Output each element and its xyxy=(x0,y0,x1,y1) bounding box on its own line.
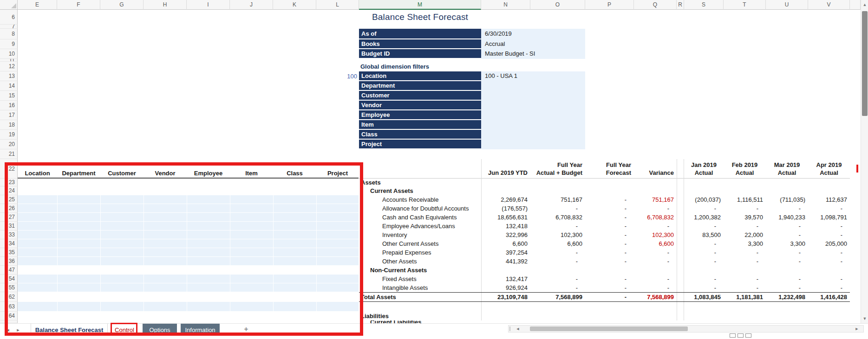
banded-row[interactable] xyxy=(18,239,359,248)
value-cell[interactable]: - xyxy=(808,257,850,266)
banded-row[interactable] xyxy=(18,222,359,230)
column-header-H[interactable]: H xyxy=(144,0,187,10)
row-header-9[interactable]: 9 xyxy=(0,39,18,49)
value-cell[interactable]: 102,300 xyxy=(634,230,677,239)
value-cell[interactable]: 6,708,832 xyxy=(530,213,585,222)
banded-row[interactable] xyxy=(18,283,359,292)
row-header-23[interactable]: 23 xyxy=(0,179,18,186)
value-cell[interactable]: - xyxy=(585,248,634,257)
dimension-header-item[interactable]: Item xyxy=(230,159,273,179)
filter-label-vendor[interactable]: Vendor xyxy=(359,101,481,109)
add-sheet-button[interactable]: + xyxy=(241,325,251,334)
vertical-scrollbar[interactable]: ▲ ▼ xyxy=(861,0,868,323)
info-value-cell[interactable]: Master Budget - SI xyxy=(483,49,584,58)
value-cell[interactable]: 322,996 xyxy=(481,230,530,239)
value-cell[interactable]: 23,109,748 xyxy=(481,292,530,302)
dimension-header-project[interactable]: Project xyxy=(316,159,359,179)
row-header-25[interactable]: 25 xyxy=(0,195,18,204)
row-header-64[interactable]: 64 xyxy=(0,312,18,320)
account-label[interactable]: Intangible Assets xyxy=(382,283,428,292)
value-cell[interactable]: - xyxy=(684,248,724,257)
value-cell[interactable]: 39,570 xyxy=(724,213,766,222)
filter-value-cell[interactable]: 100 - USA 1 xyxy=(483,71,584,80)
value-cell[interactable]: - xyxy=(684,222,724,230)
value-cell[interactable]: 205,000 xyxy=(808,239,850,248)
scroll-right-icon[interactable]: ► xyxy=(853,326,861,332)
value-cell[interactable]: - xyxy=(766,257,808,266)
value-cell[interactable]: - xyxy=(724,204,766,213)
dimension-header-department[interactable]: Department xyxy=(57,159,100,179)
row-header-33[interactable]: 33 xyxy=(0,230,18,239)
value-cell[interactable]: 441,392 xyxy=(481,257,530,266)
row-header-19[interactable]: 19 xyxy=(0,130,18,140)
row-header-35[interactable]: 35 xyxy=(0,248,18,257)
value-cell[interactable]: 1,098,791 xyxy=(808,213,850,222)
value-cell[interactable]: - xyxy=(585,195,634,204)
info-label-cell[interactable]: Books xyxy=(359,39,481,48)
table-column-header[interactable]: Jan 2019Actual xyxy=(684,159,724,179)
scroll-left-icon[interactable]: ◄ xyxy=(514,326,522,332)
value-cell[interactable]: 6,600 xyxy=(481,239,530,248)
value-cell[interactable]: - xyxy=(766,248,808,257)
value-cell[interactable]: - xyxy=(766,230,808,239)
value-cell[interactable]: - xyxy=(530,257,585,266)
column-header-G[interactable]: G xyxy=(100,0,144,10)
row-header-31[interactable]: 31 xyxy=(0,222,18,230)
value-cell[interactable]: - xyxy=(634,204,677,213)
column-header-P[interactable]: P xyxy=(585,0,634,10)
value-cell[interactable]: - xyxy=(585,292,634,302)
sheet-title-cell[interactable]: Balance Sheet Forecast xyxy=(359,10,481,25)
table-column-header[interactable]: Full YearForecast xyxy=(585,159,634,179)
row-header-6[interactable]: 6 xyxy=(0,10,18,25)
banded-row[interactable] xyxy=(18,248,359,256)
value-cell[interactable]: (200,037) xyxy=(684,195,724,204)
banded-row[interactable] xyxy=(18,302,359,311)
tab-scroll-next-icon[interactable]: ▸ xyxy=(15,326,21,333)
value-cell[interactable]: - xyxy=(766,204,808,213)
value-cell[interactable]: - xyxy=(634,257,677,266)
value-cell[interactable]: - xyxy=(585,230,634,239)
value-cell[interactable]: - xyxy=(585,257,634,266)
value-cell[interactable]: - xyxy=(766,283,808,292)
view-normal-icon[interactable] xyxy=(730,333,736,338)
value-cell[interactable]: - xyxy=(634,248,677,257)
value-cell[interactable]: - xyxy=(530,204,585,213)
value-cell[interactable]: 3,300 xyxy=(724,239,766,248)
row-header-22[interactable]: 22 xyxy=(0,159,18,179)
scroll-down-icon[interactable]: ▼ xyxy=(862,315,868,322)
account-label[interactable]: Accounts Receivable xyxy=(382,195,438,204)
value-cell[interactable]: 102,300 xyxy=(530,230,585,239)
scroll-up-icon[interactable]: ▲ xyxy=(862,1,868,8)
value-cell[interactable]: 1,181,381 xyxy=(724,292,766,302)
sheet-tab-information[interactable]: Information xyxy=(181,324,220,336)
dimension-header-vendor[interactable]: Vendor xyxy=(144,159,187,179)
banded-row[interactable] xyxy=(18,213,359,221)
column-header-O[interactable]: O xyxy=(530,0,585,10)
value-cell[interactable]: 1,200,382 xyxy=(684,213,724,222)
value-cell[interactable]: - xyxy=(634,222,677,230)
global-dimension-filters-heading[interactable]: Global dimension filters xyxy=(360,62,481,71)
value-cell[interactable]: - xyxy=(724,283,766,292)
value-cell[interactable]: 6,708,832 xyxy=(634,213,677,222)
value-cell[interactable]: - xyxy=(530,248,585,257)
value-cell[interactable]: 6,600 xyxy=(530,239,585,248)
view-page-break-icon[interactable] xyxy=(745,333,751,338)
value-cell[interactable]: - xyxy=(724,222,766,230)
value-cell[interactable]: (176,557) xyxy=(481,204,530,213)
column-header-M[interactable]: M xyxy=(359,0,481,10)
row-header-54[interactable]: 54 xyxy=(0,275,18,283)
value-cell[interactable]: - xyxy=(530,283,585,292)
sheet-tab-options[interactable]: Options xyxy=(143,324,177,336)
value-cell[interactable]: 7,568,899 xyxy=(530,292,585,302)
value-cell[interactable]: 1,940,233 xyxy=(766,213,808,222)
row-header-20[interactable]: 20 xyxy=(0,140,18,149)
value-cell[interactable]: 1,232,498 xyxy=(766,292,808,302)
account-label[interactable]: Non-Current Assets xyxy=(370,266,427,275)
value-cell[interactable]: 1,416,428 xyxy=(808,292,850,302)
vertical-scrollbar-thumb[interactable] xyxy=(862,11,868,116)
account-label[interactable]: Fixed Assets xyxy=(382,275,417,283)
row-header-26[interactable]: 26 xyxy=(0,204,18,213)
account-label[interactable]: Other Current Assets xyxy=(382,239,438,248)
value-cell[interactable]: 1,083,845 xyxy=(684,292,724,302)
column-header-partial[interactable] xyxy=(850,0,861,10)
